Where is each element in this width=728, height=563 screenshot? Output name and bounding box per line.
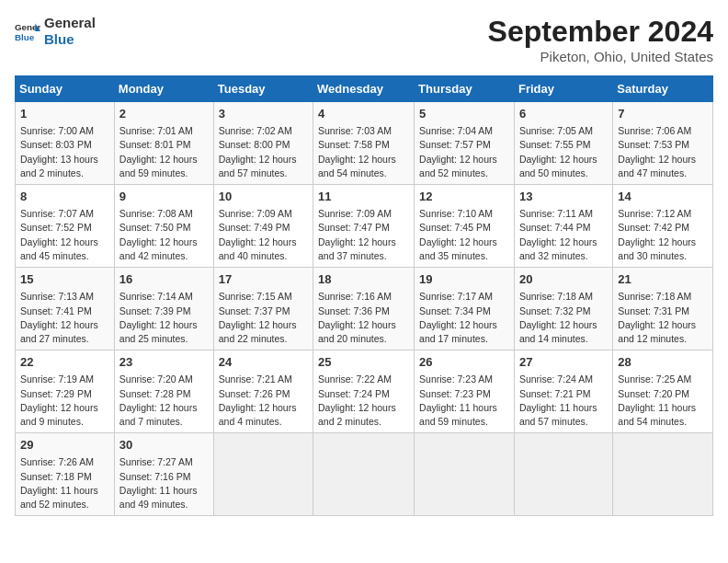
month-title: September 2024 (488, 15, 713, 49)
cell-sun-info: Sunrise: 7:21 AM Sunset: 7:26 PM Dayligh… (219, 373, 308, 429)
calendar-cell: 8Sunrise: 7:07 AM Sunset: 7:52 PM Daylig… (16, 185, 115, 268)
calendar-cell: 5Sunrise: 7:04 AM Sunset: 7:57 PM Daylig… (415, 102, 515, 185)
day-number: 2 (119, 106, 209, 122)
cell-sun-info: Sunrise: 7:12 AM Sunset: 7:42 PM Dayligh… (618, 207, 708, 263)
header-tuesday: Tuesday (213, 76, 313, 102)
day-number: 30 (119, 437, 209, 454)
day-number: 15 (20, 271, 109, 288)
cell-sun-info: Sunrise: 7:09 AM Sunset: 7:47 PM Dayligh… (318, 207, 409, 263)
day-number: 21 (618, 271, 708, 288)
calendar-cell: 11Sunrise: 7:09 AM Sunset: 7:47 PM Dayli… (313, 185, 415, 268)
day-number: 6 (519, 106, 608, 122)
logo-icon: General Blue (15, 18, 40, 44)
logo-line1: General (44, 15, 96, 31)
day-number: 27 (519, 354, 608, 371)
day-number: 10 (219, 189, 308, 205)
calendar-cell: 2Sunrise: 7:01 AM Sunset: 8:01 PM Daylig… (114, 102, 213, 185)
calendar-week-row: 1Sunrise: 7:00 AM Sunset: 8:03 PM Daylig… (16, 102, 713, 185)
calendar-cell: 19Sunrise: 7:17 AM Sunset: 7:34 PM Dayli… (415, 268, 515, 350)
day-number: 14 (618, 189, 708, 205)
cell-sun-info: Sunrise: 7:14 AM Sunset: 7:39 PM Dayligh… (119, 290, 209, 346)
calendar-cell: 27Sunrise: 7:24 AM Sunset: 7:21 PM Dayli… (514, 350, 612, 433)
calendar-cell (213, 433, 313, 516)
cell-sun-info: Sunrise: 7:09 AM Sunset: 7:49 PM Dayligh… (219, 207, 308, 263)
cell-sun-info: Sunrise: 7:20 AM Sunset: 7:28 PM Dayligh… (119, 373, 209, 429)
cell-sun-info: Sunrise: 7:13 AM Sunset: 7:41 PM Dayligh… (20, 290, 109, 346)
day-number: 25 (318, 354, 409, 371)
calendar-cell: 30Sunrise: 7:27 AM Sunset: 7:16 PM Dayli… (114, 433, 213, 516)
day-number: 17 (219, 271, 308, 288)
cell-sun-info: Sunrise: 7:22 AM Sunset: 7:24 PM Dayligh… (318, 373, 409, 429)
cell-sun-info: Sunrise: 7:27 AM Sunset: 7:16 PM Dayligh… (119, 455, 209, 511)
day-number: 3 (219, 106, 308, 122)
calendar-header-row: SundayMondayTuesdayWednesdayThursdayFrid… (16, 76, 713, 102)
calendar-cell: 20Sunrise: 7:18 AM Sunset: 7:32 PM Dayli… (514, 268, 612, 350)
svg-text:Blue: Blue (15, 32, 35, 42)
calendar-cell: 21Sunrise: 7:18 AM Sunset: 7:31 PM Dayli… (613, 268, 713, 350)
cell-sun-info: Sunrise: 7:07 AM Sunset: 7:52 PM Dayligh… (20, 207, 109, 263)
calendar-week-row: 29Sunrise: 7:26 AM Sunset: 7:18 PM Dayli… (16, 433, 713, 516)
cell-sun-info: Sunrise: 7:00 AM Sunset: 8:03 PM Dayligh… (20, 124, 109, 180)
calendar-week-row: 22Sunrise: 7:19 AM Sunset: 7:29 PM Dayli… (16, 350, 713, 433)
day-number: 12 (419, 189, 509, 205)
day-number: 7 (618, 106, 708, 122)
calendar-cell: 18Sunrise: 7:16 AM Sunset: 7:36 PM Dayli… (313, 268, 415, 350)
calendar-cell: 14Sunrise: 7:12 AM Sunset: 7:42 PM Dayli… (613, 185, 713, 268)
calendar-cell: 13Sunrise: 7:11 AM Sunset: 7:44 PM Dayli… (514, 185, 612, 268)
calendar-cell (514, 433, 612, 516)
calendar-cell: 22Sunrise: 7:19 AM Sunset: 7:29 PM Dayli… (16, 350, 115, 433)
day-number: 5 (419, 106, 509, 122)
calendar-cell: 29Sunrise: 7:26 AM Sunset: 7:18 PM Dayli… (16, 433, 115, 516)
day-number: 18 (318, 271, 409, 288)
cell-sun-info: Sunrise: 7:06 AM Sunset: 7:53 PM Dayligh… (618, 124, 708, 180)
day-number: 29 (20, 437, 109, 454)
day-number: 13 (519, 189, 608, 205)
calendar-cell: 4Sunrise: 7:03 AM Sunset: 7:58 PM Daylig… (313, 102, 415, 185)
day-number: 24 (219, 354, 308, 371)
cell-sun-info: Sunrise: 7:15 AM Sunset: 7:37 PM Dayligh… (219, 290, 308, 346)
cell-sun-info: Sunrise: 7:19 AM Sunset: 7:29 PM Dayligh… (20, 373, 109, 429)
calendar-cell: 15Sunrise: 7:13 AM Sunset: 7:41 PM Dayli… (16, 268, 115, 350)
calendar-cell: 17Sunrise: 7:15 AM Sunset: 7:37 PM Dayli… (213, 268, 313, 350)
header-saturday: Saturday (613, 76, 713, 102)
cell-sun-info: Sunrise: 7:17 AM Sunset: 7:34 PM Dayligh… (419, 290, 509, 346)
calendar-cell: 12Sunrise: 7:10 AM Sunset: 7:45 PM Dayli… (415, 185, 515, 268)
cell-sun-info: Sunrise: 7:05 AM Sunset: 7:55 PM Dayligh… (519, 124, 608, 180)
calendar-week-row: 8Sunrise: 7:07 AM Sunset: 7:52 PM Daylig… (16, 185, 713, 268)
header-friday: Friday (514, 76, 612, 102)
location: Piketon, Ohio, United States (488, 49, 713, 64)
day-number: 26 (419, 354, 509, 371)
day-number: 9 (119, 189, 209, 205)
logo: General Blue General Blue (15, 15, 96, 48)
logo-line2: Blue (44, 31, 96, 48)
cell-sun-info: Sunrise: 7:02 AM Sunset: 8:00 PM Dayligh… (219, 124, 308, 180)
calendar-cell: 25Sunrise: 7:22 AM Sunset: 7:24 PM Dayli… (313, 350, 415, 433)
cell-sun-info: Sunrise: 7:25 AM Sunset: 7:20 PM Dayligh… (618, 373, 708, 429)
calendar-cell: 24Sunrise: 7:21 AM Sunset: 7:26 PM Dayli… (213, 350, 313, 433)
day-number: 1 (20, 106, 109, 122)
cell-sun-info: Sunrise: 7:11 AM Sunset: 7:44 PM Dayligh… (519, 207, 608, 263)
day-number: 23 (119, 354, 209, 371)
calendar-cell: 10Sunrise: 7:09 AM Sunset: 7:49 PM Dayli… (213, 185, 313, 268)
calendar-cell: 6Sunrise: 7:05 AM Sunset: 7:55 PM Daylig… (514, 102, 612, 185)
cell-sun-info: Sunrise: 7:24 AM Sunset: 7:21 PM Dayligh… (519, 373, 608, 429)
header-wednesday: Wednesday (313, 76, 415, 102)
calendar-cell: 1Sunrise: 7:00 AM Sunset: 8:03 PM Daylig… (16, 102, 115, 185)
calendar-cell: 26Sunrise: 7:23 AM Sunset: 7:23 PM Dayli… (415, 350, 515, 433)
calendar-cell: 9Sunrise: 7:08 AM Sunset: 7:50 PM Daylig… (114, 185, 213, 268)
cell-sun-info: Sunrise: 7:10 AM Sunset: 7:45 PM Dayligh… (419, 207, 509, 263)
page-header: General Blue General Blue September 2024… (15, 15, 713, 64)
header-thursday: Thursday (415, 76, 515, 102)
cell-sun-info: Sunrise: 7:04 AM Sunset: 7:57 PM Dayligh… (419, 124, 509, 180)
cell-sun-info: Sunrise: 7:01 AM Sunset: 8:01 PM Dayligh… (119, 124, 209, 180)
day-number: 22 (20, 354, 109, 371)
calendar-cell (313, 433, 415, 516)
cell-sun-info: Sunrise: 7:23 AM Sunset: 7:23 PM Dayligh… (419, 373, 509, 429)
calendar-cell: 3Sunrise: 7:02 AM Sunset: 8:00 PM Daylig… (213, 102, 313, 185)
calendar-cell (613, 433, 713, 516)
cell-sun-info: Sunrise: 7:18 AM Sunset: 7:31 PM Dayligh… (618, 290, 708, 346)
cell-sun-info: Sunrise: 7:03 AM Sunset: 7:58 PM Dayligh… (318, 124, 409, 180)
calendar-cell: 7Sunrise: 7:06 AM Sunset: 7:53 PM Daylig… (613, 102, 713, 185)
cell-sun-info: Sunrise: 7:16 AM Sunset: 7:36 PM Dayligh… (318, 290, 409, 346)
title-block: September 2024 Piketon, Ohio, United Sta… (488, 15, 713, 64)
